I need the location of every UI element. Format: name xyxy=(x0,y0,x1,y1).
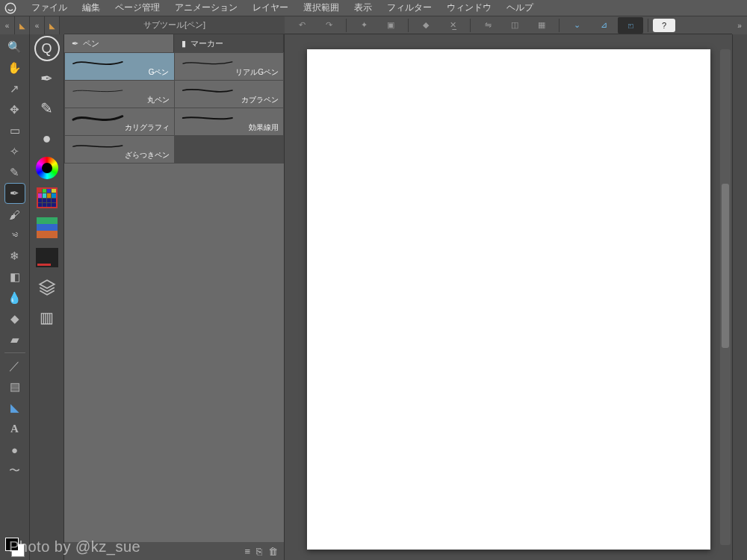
subtool-tab-1[interactable]: ▮マーカー xyxy=(174,34,284,52)
subtool-item-label: カリグラフィ xyxy=(125,122,170,133)
flip-icon[interactable]: ⇋ xyxy=(475,17,500,34)
subtool-item-4[interactable]: カリグラフィ xyxy=(65,108,174,135)
subtool-panel: ✒ペン▮マーカー GペンリアルGペン丸ペンカブラペンカリグラフィ効果線用ざらつき… xyxy=(64,34,285,560)
rotate-canvas-icon[interactable]: ◫ xyxy=(502,17,527,34)
layer-property-icon[interactable]: ▥ xyxy=(34,305,60,330)
subtool-item-label: カブラペン xyxy=(241,95,279,105)
pen-nib-icon: ✒ xyxy=(72,39,78,49)
move-layer-icon[interactable]: ✥ xyxy=(5,100,25,119)
watermark-text: Photo by @kz_sue xyxy=(9,538,140,556)
color-set-icon[interactable] xyxy=(34,185,60,211)
menu-page[interactable]: ページ管理 xyxy=(108,1,167,14)
snap1-icon[interactable]: ⌄ xyxy=(564,17,589,34)
eyedropper-icon[interactable]: ✎ xyxy=(5,163,25,182)
menu-selection[interactable]: 選択範囲 xyxy=(296,1,347,14)
brush-icon[interactable]: 🖌 xyxy=(5,205,25,224)
canvas[interactable] xyxy=(307,49,710,550)
menu-help[interactable]: ヘルプ xyxy=(499,1,541,14)
menu-window[interactable]: ウィンドウ xyxy=(439,1,499,14)
toolbox: 🔍✋↗✥▭✧✎✒🖌༄❄◧💧◆▰／▤◣A●〜 xyxy=(0,34,30,560)
right-dock-strip[interactable] xyxy=(732,34,747,560)
move-hand-icon[interactable]: ✋ xyxy=(5,58,25,78)
auto-action-icon[interactable] xyxy=(34,245,60,270)
fit-icon[interactable]: ▣ xyxy=(378,17,403,34)
subtool-trash-icon[interactable]: 🗑 xyxy=(268,546,278,557)
gradient-icon[interactable]: ▰ xyxy=(5,330,25,349)
subtool-menu-icon[interactable]: ≡ xyxy=(244,546,250,557)
snap2-icon[interactable]: ⊿ xyxy=(591,17,616,34)
snap3-icon[interactable]: ⏍ xyxy=(618,17,643,34)
collapse-toolbox-icon[interactable]: « xyxy=(0,16,15,34)
pen-icon[interactable]: ✒ xyxy=(5,184,25,203)
subtool-item-2[interactable]: 丸ペン xyxy=(65,81,174,108)
clear-icon[interactable]: ✦ xyxy=(351,17,376,34)
menu-file[interactable]: ファイル xyxy=(24,1,75,14)
subtool-tab-0[interactable]: ✒ペン xyxy=(64,34,174,52)
menu-layer[interactable]: レイヤー xyxy=(245,1,296,14)
vertical-scrollbar[interactable] xyxy=(720,49,731,545)
menu-filter[interactable]: フィルター xyxy=(379,1,439,14)
quick-access-icon[interactable]: Q xyxy=(34,36,60,61)
lasso-fill-icon[interactable]: ◆ xyxy=(413,17,438,34)
magnify-icon[interactable]: 🔍 xyxy=(5,37,25,57)
collapse-palette-icon[interactable]: « xyxy=(30,16,45,34)
subtool-panel-title: サブツール[ペン] xyxy=(64,16,285,34)
figure-line-icon[interactable]: ／ xyxy=(5,356,25,376)
fill-icon[interactable]: ◆ xyxy=(5,309,25,329)
airbrush-icon[interactable]: ༄ xyxy=(5,225,25,245)
correct-line-icon[interactable]: 〜 xyxy=(5,461,25,480)
subtool-detail-icon[interactable]: ✎ xyxy=(34,96,60,121)
subtool-item-label: 効果線用 xyxy=(249,122,279,133)
subtool-item-label: リアルGペン xyxy=(235,67,279,78)
collapse-palette-pin-icon[interactable]: ◣ xyxy=(45,16,60,34)
ruler-triangle-icon[interactable]: ◣ xyxy=(5,398,25,417)
subtool-item-3[interactable]: カブラペン xyxy=(175,81,284,108)
menu-animation[interactable]: アニメーション xyxy=(167,1,245,14)
menu-view[interactable]: 表示 xyxy=(347,1,379,14)
undo-icon[interactable]: ↶ xyxy=(289,17,314,34)
subtool-item-0[interactable]: Gペン xyxy=(65,53,174,80)
app-logo-icon xyxy=(3,1,18,16)
collapse-toolbox-pin-icon[interactable]: ◣ xyxy=(15,16,30,34)
decoration-icon[interactable]: ❄ xyxy=(5,246,25,266)
subtool-pen-icon[interactable]: ✒ xyxy=(34,66,60,91)
canvas-area[interactable] xyxy=(285,34,732,560)
subtool-item-label: Gペン xyxy=(149,67,170,78)
subtool-item-label: ざらつきペン xyxy=(125,150,170,161)
collapse-right-icon[interactable]: » xyxy=(732,16,747,34)
svg-point-0 xyxy=(5,3,16,13)
color-wheel-icon[interactable] xyxy=(34,155,60,181)
subtool-item-5[interactable]: 効果線用 xyxy=(175,108,284,135)
subtool-item-label: 丸ペン xyxy=(147,95,170,105)
eraser-icon[interactable]: ◧ xyxy=(5,267,25,287)
transform-icon[interactable]: ✕̲ xyxy=(440,17,465,34)
subtool-tab-label: マーカー xyxy=(190,38,223,49)
menu-bar: ファイル 編集 ページ管理 アニメーション レイヤー 選択範囲 表示 フィルター… xyxy=(0,0,747,16)
menu-edit[interactable]: 編集 xyxy=(75,1,108,14)
palette-column: Q✒✎●▥ xyxy=(30,34,64,560)
subtool-item-6[interactable]: ざらつきペン xyxy=(65,136,174,163)
command-toolbar: ↶↷✦▣◆✕̲⇋◫▦⌄⊿⏍? xyxy=(285,16,732,34)
wand-icon[interactable]: ✧ xyxy=(5,142,25,161)
blend-icon[interactable]: 💧 xyxy=(5,288,25,308)
subtool-item-1[interactable]: リアルGペン xyxy=(175,53,284,80)
balloon-icon[interactable]: ● xyxy=(5,440,25,459)
frame-icon[interactable]: ▤ xyxy=(5,377,25,396)
text-a-icon[interactable]: A xyxy=(5,419,25,438)
help-icon[interactable]: ? xyxy=(653,19,675,32)
brush-size-icon[interactable]: ● xyxy=(34,125,60,151)
subtool-tab-label: ペン xyxy=(83,38,99,49)
marquee-icon[interactable]: ▭ xyxy=(5,121,25,140)
marker-icon: ▮ xyxy=(182,39,186,49)
layers-icon[interactable] xyxy=(34,275,60,300)
subtool-duplicate-icon[interactable]: ⎘ xyxy=(256,546,262,557)
operation-icon[interactable]: ↗ xyxy=(5,79,25,99)
crop-icon[interactable]: ▦ xyxy=(529,17,554,34)
timeline-icon[interactable] xyxy=(34,215,60,240)
redo-icon[interactable]: ↷ xyxy=(316,17,341,34)
